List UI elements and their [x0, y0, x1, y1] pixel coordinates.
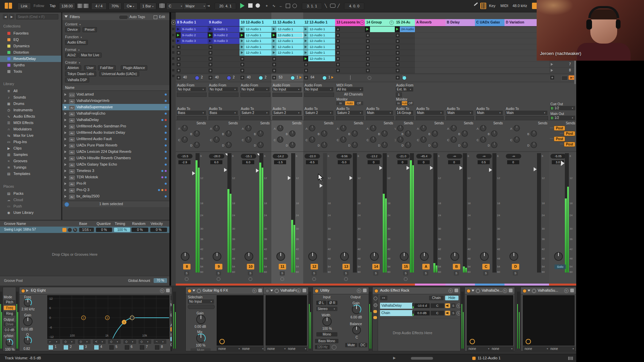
clip-stop-button[interactable]	[177, 57, 180, 61]
clip-launch-button[interactable]	[303, 56, 308, 62]
collapsed-slot-button[interactable]	[172, 75, 174, 77]
eq-band-1-filter-type[interactable]: ⌐▾	[47, 340, 60, 344]
filter-tag-auv2[interactable]: AUv2	[65, 53, 78, 58]
chain-solo-button[interactable]: S	[451, 303, 455, 308]
clip-slot[interactable]	[365, 33, 395, 39]
send-knob-d[interactable]	[289, 142, 296, 148]
global-amount-field[interactable]: 70 %	[154, 278, 167, 283]
arm-button[interactable]	[280, 277, 284, 281]
clip-stop-button[interactable]	[336, 69, 340, 72]
send-knob-b[interactable]	[225, 130, 232, 137]
io-combo[interactable]: 1/2▾	[550, 116, 575, 120]
track-volume-value[interactable]: -1.5	[274, 160, 286, 164]
clip-slot[interactable]: 12-Audio 1	[271, 26, 303, 33]
fs-freq-button[interactable]: Freq	[4, 306, 15, 310]
util-phase-left[interactable]: Ø L	[316, 301, 326, 305]
clip-stop-button[interactable]	[336, 39, 340, 43]
io-combo[interactable]: Bass▾	[209, 111, 238, 115]
track-number-button[interactable]: 9	[215, 264, 222, 269]
clip-stop-button[interactable]	[396, 57, 399, 61]
groove-quantize-field[interactable]: 0 %	[96, 228, 112, 232]
volume-fader-handle[interactable]	[561, 161, 565, 166]
sidebar-item-dynamics[interactable]: Dynamics	[0, 43, 61, 49]
pencil-icon[interactable]	[474, 2, 478, 6]
clip-stop-button[interactable]	[366, 63, 370, 66]
lock-icon[interactable]	[570, 289, 574, 292]
io-combo[interactable]: Bass▾	[177, 111, 206, 115]
plugin-preset-combo-2[interactable]: none▾	[549, 346, 575, 351]
clip-slot[interactable]	[208, 68, 239, 74]
volume-fader-handle[interactable]	[430, 166, 433, 170]
clip-stop-button[interactable]	[396, 63, 399, 66]
monitor-in[interactable]: In	[396, 101, 401, 105]
fs-ring-button[interactable]: Ring	[4, 311, 15, 316]
clip-stop-button[interactable]	[177, 69, 180, 72]
scene-slot-8[interactable]: 8	[549, 68, 576, 74]
util-width-knob[interactable]	[322, 317, 332, 326]
sidebar-item-max-for-live[interactable]: ⇆Max for Live	[0, 132, 61, 139]
send-knob-d[interactable]	[405, 142, 411, 148]
clip-launch-button[interactable]	[208, 26, 213, 32]
key-root-menu[interactable]: C▾	[166, 3, 184, 10]
track-header-15[interactable]: 15 24-Audio	[395, 19, 415, 26]
clip-slot[interactable]	[365, 38, 395, 44]
clip-stop-button[interactable]	[366, 69, 370, 72]
solo-button[interactable]: S	[216, 271, 221, 276]
clip-launch-button[interactable]	[176, 33, 181, 38]
io-combo[interactable]: Saturn 2▾	[336, 111, 363, 115]
filter-tag-audio-effect[interactable]: Audio Effect	[65, 40, 88, 45]
rack-chain-name[interactable]: Chain	[380, 310, 413, 316]
groove-base-combo[interactable]: 1/16▾	[79, 228, 94, 232]
browser-item-valhallavintageverb[interactable]: AUValhallaVintageVerb	[62, 98, 169, 104]
io-combo[interactable]: No Input▾	[209, 87, 238, 92]
clip-slot[interactable]	[208, 50, 239, 56]
send-knob-c[interactable]	[370, 136, 376, 143]
track-volume-value[interactable]: 0	[448, 160, 460, 164]
hot-swap-icon[interactable]: ↻	[297, 289, 301, 293]
device-activator[interactable]	[315, 289, 319, 293]
clip-launch-button[interactable]	[239, 38, 245, 44]
solo-button[interactable]: S	[373, 271, 378, 276]
plugin-placeholder[interactable]	[523, 295, 575, 346]
sidebar-item-push[interactable]: ▭Push	[0, 203, 61, 209]
loop-length-field[interactable]: 4. 0. 0	[344, 3, 364, 10]
io-empty-box[interactable]	[240, 93, 270, 97]
automation-arm-icon[interactable]: ∿	[272, 3, 275, 9]
eq-freq-knob[interactable]	[24, 299, 32, 307]
io-combo[interactable]: Ext. In▾	[396, 87, 413, 92]
eq-mode-combo[interactable]: Stereo▾	[170, 307, 172, 311]
fs-output-gain[interactable]: 0.0 dB	[4, 328, 15, 332]
expand-arrow-icon[interactable]	[64, 106, 66, 109]
io-channel-box[interactable]: 1	[396, 93, 402, 97]
track-menu-icon[interactable]: ▾	[360, 20, 364, 25]
send-knob-d[interactable]	[432, 142, 438, 148]
plugin-preset-combo-1[interactable]: none▾	[523, 346, 549, 351]
expand-arrow-icon[interactable]	[64, 176, 66, 179]
device-title-bar[interactable]: EQ Eight↻	[19, 287, 172, 294]
punch-out-switch-icon[interactable]: ╱	[337, 3, 340, 9]
solo-button[interactable]: S	[248, 271, 253, 276]
sidebar-item-modulators[interactable]: ∩Modulators	[0, 126, 61, 132]
io-combo[interactable]: Main▾	[416, 111, 444, 115]
send-knob-c[interactable]	[277, 136, 283, 143]
solo-button[interactable]: S	[423, 271, 428, 276]
clip-slot[interactable]: 12-Audio 1	[271, 33, 303, 39]
device-activator[interactable]	[187, 289, 192, 293]
send-knob-a[interactable]	[514, 125, 520, 131]
io-empty-box[interactable]	[177, 93, 207, 97]
filter-tag-user[interactable]: User	[84, 65, 96, 70]
eq-band-4-filter-type[interactable]: ≺▾	[93, 340, 106, 344]
clip-slot[interactable]	[176, 68, 208, 74]
edit-filters-button[interactable]: Edit	[159, 15, 165, 19]
expand-arrow-icon[interactable]	[64, 100, 66, 102]
send-knob-a[interactable]	[370, 125, 376, 131]
group-fold-icon[interactable]: ☰	[389, 20, 394, 25]
send-knob-a[interactable]	[340, 125, 346, 131]
device-title-bar[interactable]: Audio Effect Rack↻	[373, 287, 460, 294]
sidebar-item-eq[interactable]: EQ	[0, 37, 61, 43]
track-volume-value[interactable]: -8.5	[306, 160, 318, 164]
gr-gain-knob[interactable]	[196, 315, 206, 324]
clip-stop-button[interactable]	[240, 63, 244, 66]
send-knob-d[interactable]	[257, 142, 264, 148]
eq-band-2-toggle[interactable]	[64, 345, 68, 350]
